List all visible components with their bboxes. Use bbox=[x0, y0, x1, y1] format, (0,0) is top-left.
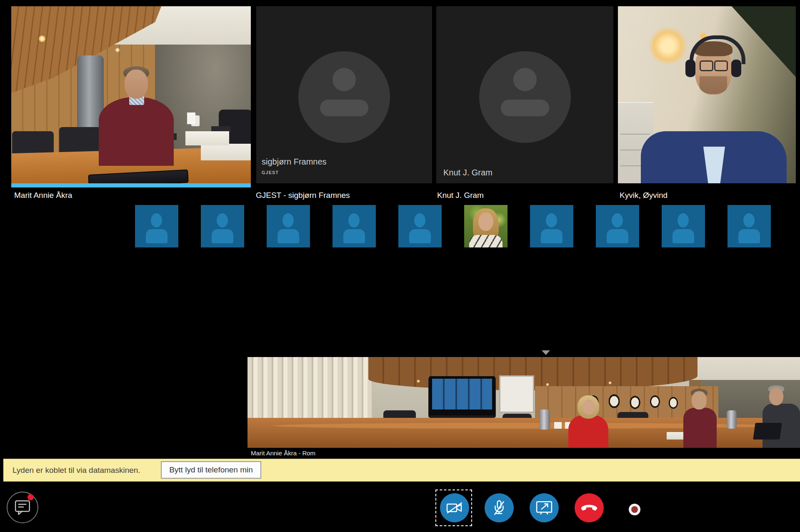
headphone-earcup bbox=[685, 60, 695, 77]
person-icon bbox=[513, 68, 537, 91]
microphone-mute-button[interactable] bbox=[485, 493, 514, 522]
person-icon bbox=[282, 213, 294, 227]
person-face bbox=[692, 391, 707, 410]
person-icon bbox=[546, 213, 557, 227]
avatar-circle bbox=[479, 51, 571, 143]
participant-thumbnail-placeholder[interactable] bbox=[135, 205, 178, 247]
wall-plaques bbox=[585, 393, 685, 412]
participant-thumbnail-placeholder[interactable] bbox=[267, 205, 310, 247]
headphone-earcup bbox=[731, 60, 741, 77]
laptop bbox=[753, 423, 782, 440]
wall-tv bbox=[429, 376, 495, 415]
person-beard bbox=[700, 76, 727, 94]
chat-notification-dot bbox=[28, 494, 34, 500]
person-icon bbox=[348, 213, 360, 227]
participant-name: sigbjørn Framnes bbox=[262, 157, 327, 167]
person-icon bbox=[332, 68, 356, 91]
glasses bbox=[700, 60, 728, 69]
thermos bbox=[539, 410, 550, 430]
participant-thumbnail-placeholder[interactable] bbox=[662, 205, 705, 247]
person-maroon-sweater bbox=[683, 408, 717, 448]
avatar-circle bbox=[298, 51, 390, 143]
whiteboard bbox=[499, 375, 534, 413]
present-screen-button[interactable] bbox=[530, 493, 559, 522]
active-speaker-indicator bbox=[11, 183, 251, 187]
person-face bbox=[769, 388, 783, 405]
participant-thumbnail-placeholder[interactable] bbox=[596, 205, 639, 247]
participant-label: GJEST - sigbjørn Framnes bbox=[256, 190, 350, 200]
avatar-tile-sigbjorn[interactable]: sigbjørn Framnes GJEST bbox=[256, 6, 432, 183]
guest-badge: GJEST bbox=[262, 170, 279, 175]
panorama-label: Marit Annie Åkra - Rom bbox=[248, 448, 800, 458]
person-head bbox=[125, 70, 148, 99]
banner-message: Lyden er koblet til via datamaskinen. bbox=[12, 459, 140, 482]
person-icon bbox=[414, 213, 425, 227]
filmstrip bbox=[135, 205, 771, 247]
panorama-room-video[interactable]: Marit Annie Åkra - Rom bbox=[248, 357, 800, 458]
participant-label: Marit Annie Åkra bbox=[14, 190, 72, 200]
collapse-caret-icon[interactable] bbox=[542, 350, 550, 355]
participant-thumbnail-placeholder[interactable] bbox=[332, 205, 376, 247]
participant-thumbnail-photo[interactable] bbox=[464, 205, 508, 247]
recording-indicator bbox=[629, 504, 640, 515]
person-icon bbox=[151, 213, 162, 227]
person-face bbox=[582, 400, 595, 415]
participant-thumbnail-placeholder[interactable] bbox=[398, 205, 442, 247]
participant-label: Kyvik, Øyvind bbox=[620, 190, 668, 200]
camera-toggle-button[interactable] bbox=[440, 493, 469, 522]
switch-audio-to-phone-button[interactable]: Bytt lyd til telefonen min bbox=[161, 461, 261, 479]
person-torso bbox=[99, 97, 174, 166]
thermos bbox=[727, 410, 737, 429]
participant-label: Knut J. Gram bbox=[437, 190, 484, 200]
video-scene-office bbox=[618, 6, 796, 183]
participant-thumbnail-placeholder[interactable] bbox=[530, 205, 573, 247]
avatar-tile-knut[interactable]: Knut J. Gram bbox=[436, 6, 613, 183]
person-icon bbox=[743, 213, 755, 227]
participant-thumbnail-placeholder[interactable] bbox=[728, 205, 771, 247]
microphone-muted-icon bbox=[492, 500, 506, 516]
person-icon bbox=[678, 213, 689, 227]
participant-thumbnail-placeholder[interactable] bbox=[201, 205, 244, 247]
chat-bubble-icon bbox=[14, 500, 32, 516]
panorama-scene bbox=[248, 357, 800, 448]
video-tile-marit[interactable] bbox=[11, 6, 251, 183]
person-red-sweater bbox=[568, 415, 608, 448]
video-tile-kyvik[interactable] bbox=[618, 6, 796, 183]
video-scene-conference-room bbox=[11, 6, 251, 183]
recording-dot bbox=[631, 506, 638, 513]
person-icon bbox=[612, 213, 623, 227]
participant-name: Knut J. Gram bbox=[443, 168, 492, 177]
camera-off-icon bbox=[446, 502, 463, 514]
hang-up-button[interactable] bbox=[575, 493, 604, 522]
audio-notification-banner: Lyden er koblet til via datamaskinen. By… bbox=[3, 459, 800, 482]
hang-up-icon bbox=[580, 504, 598, 512]
present-screen-icon bbox=[536, 501, 552, 515]
conference-table bbox=[248, 418, 800, 448]
person-icon bbox=[217, 213, 228, 227]
